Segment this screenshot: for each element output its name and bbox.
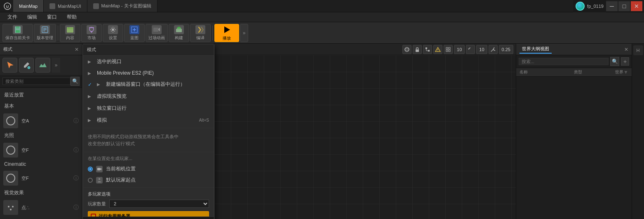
snap-tool[interactable] xyxy=(423,45,432,54)
cat-vfx[interactable]: 视觉效果 xyxy=(0,187,82,198)
search-button[interactable]: 🔍 xyxy=(71,77,80,86)
toolbar-more-button[interactable]: » xyxy=(240,24,248,42)
mode-terrain-btn[interactable] xyxy=(35,58,50,73)
market-button[interactable]: 市场 xyxy=(81,24,102,42)
minimize-button[interactable]: ─ xyxy=(606,1,618,11)
player-count-row: 玩家数量 2 3 4 xyxy=(88,200,209,208)
compile-button[interactable]: 编译 xyxy=(190,24,211,42)
col-world: 世界 xyxy=(603,69,623,75)
settings-button[interactable]: 设置 xyxy=(103,24,123,42)
svg-rect-9 xyxy=(67,27,73,33)
grid-toggle[interactable] xyxy=(444,45,453,54)
outline-search-btn[interactable]: 🔍 xyxy=(610,57,619,66)
cat-cinematic[interactable]: Cinematic xyxy=(0,159,82,169)
shape-3-info[interactable]: ⓘ xyxy=(73,174,79,182)
mode-icon-bar: » xyxy=(0,55,82,75)
outline-search-input[interactable] xyxy=(519,58,609,65)
dropdown-standalone-label: 独立窗口运行 xyxy=(97,105,127,112)
far-right-btn[interactable]: H xyxy=(633,45,643,55)
blueprint-button[interactable]: 蓝图 xyxy=(124,24,145,42)
tab-blueprint[interactable]: MainMap - 关卡蓝图编辑 xyxy=(87,0,157,12)
dropdown-selected-view[interactable]: ▶ 选中的视口 xyxy=(83,56,214,68)
rot-size[interactable]: 10 xyxy=(476,45,487,54)
cat-recent-label: 最近放置 xyxy=(4,92,24,99)
shape-3[interactable]: 空F ⓘ xyxy=(0,169,82,187)
warn-tool[interactable] xyxy=(433,45,442,54)
shape-4-info[interactable]: ⓘ xyxy=(73,204,79,211)
close-button[interactable]: ✕ xyxy=(631,1,642,11)
dropdown-simulate[interactable]: ▶ 模拟 Alt+S xyxy=(83,114,214,126)
radio-default-dot xyxy=(88,178,93,183)
cat-recent[interactable]: 最近放置 xyxy=(0,89,82,101)
play-icon xyxy=(222,25,232,35)
play-arrow-icon-6: ▶ xyxy=(88,118,94,122)
play-button[interactable]: 播放 xyxy=(214,24,239,42)
settings-icon xyxy=(108,25,118,34)
tab-mainmap[interactable]: MainMap xyxy=(13,0,44,12)
scale-icon[interactable] xyxy=(489,45,498,54)
svg-point-20 xyxy=(7,117,15,125)
shape-2-name: 空F xyxy=(21,147,29,153)
shape-1-info[interactable]: ⓘ xyxy=(73,117,79,125)
shape-1[interactable]: 空A ⓘ xyxy=(0,112,82,130)
sort-icon[interactable]: ▼ xyxy=(623,69,628,75)
camera-icon xyxy=(96,166,103,172)
rot-icon[interactable] xyxy=(466,45,475,54)
shape-1-name: 空A xyxy=(21,118,29,124)
modes-close[interactable]: ✕ xyxy=(75,47,79,52)
menu-edit[interactable]: 编辑 xyxy=(23,13,41,21)
menu-help[interactable]: 帮助 xyxy=(63,13,81,21)
spawn-camera-option[interactable]: 当前相机位置 xyxy=(83,163,214,174)
save-button[interactable]: 保存当前关卡 xyxy=(2,24,33,42)
play-arrow-icon-4: ▶ xyxy=(88,94,94,99)
divider-dropdown-2 xyxy=(83,152,214,152)
cinematic-button[interactable]: 过场动画 xyxy=(146,24,168,42)
cinematic-label: 过场动画 xyxy=(148,35,165,41)
svg-rect-11 xyxy=(89,27,94,28)
outline-add-btn[interactable]: + xyxy=(621,57,629,66)
build-button[interactable]: 构建 xyxy=(169,24,189,42)
world-outliner-tab[interactable]: 世界大纲视图 xyxy=(519,45,552,54)
settings-label: 设置 xyxy=(109,35,117,41)
svg-rect-35 xyxy=(416,49,419,52)
lock-tool[interactable] xyxy=(413,45,422,54)
spawn-default-option[interactable]: 默认玩家起点 xyxy=(83,174,214,186)
dropdown-simulate-label: 模拟 xyxy=(97,117,107,124)
version-button[interactable]: 版本管理 xyxy=(34,24,56,42)
dropdown-header: 模式 xyxy=(83,44,214,56)
shape-2[interactable]: 空F ⓘ xyxy=(0,141,82,159)
menu-window[interactable]: 窗口 xyxy=(43,13,61,21)
shape-2-info[interactable]: ⓘ xyxy=(73,146,79,154)
menu-file[interactable]: 文件 xyxy=(3,13,21,21)
content-button[interactable]: 内容 xyxy=(60,24,80,42)
play-arrow-icon-5: ▶ xyxy=(88,106,94,111)
mode-more-btn[interactable]: » xyxy=(52,58,60,73)
cat-geometry[interactable]: Geometry xyxy=(0,217,82,219)
simulate-shortcut: Alt+S xyxy=(199,118,209,122)
cat-basic[interactable]: 基本 xyxy=(0,101,82,112)
sphere-tool[interactable] xyxy=(402,45,411,54)
dropdown-standalone[interactable]: ▶ 独立窗口运行 xyxy=(83,102,214,114)
maximize-button[interactable]: □ xyxy=(618,1,630,11)
grid-size[interactable]: 10 xyxy=(454,45,465,54)
right-panel-close[interactable]: ✕ xyxy=(624,47,628,52)
vp-tools: 10 10 0.25 xyxy=(402,45,513,54)
dropdown-mobile-preview[interactable]: ▶ Mobile Preview ES2 (PIE) xyxy=(83,68,214,78)
mode-paint-btn[interactable] xyxy=(19,58,34,73)
market-label: 市场 xyxy=(87,35,96,41)
spawn-section-title: 在某位置处生成玩家... xyxy=(83,154,214,163)
ue-logo: U xyxy=(2,0,13,12)
tab-mainmapui[interactable]: MainMapUI xyxy=(44,0,87,12)
dropdown-vr-preview[interactable]: ▶ 虚拟现实预览 xyxy=(83,90,214,102)
dropdown-new-editor[interactable]: ✓ ▶ 新建编辑器窗口（在编辑器中运行） xyxy=(83,78,214,90)
search-input[interactable] xyxy=(2,78,71,85)
shape-4[interactable]: 点∴ ⓘ xyxy=(0,198,82,217)
cat-lighting[interactable]: 光照 xyxy=(0,130,82,141)
scale-size[interactable]: 0.25 xyxy=(499,45,513,54)
player-count-select[interactable]: 2 3 4 xyxy=(109,200,209,208)
divider-2 xyxy=(212,26,213,40)
multiplayer-section: 多玩家选项 玩家数量 2 3 4 xyxy=(83,189,214,210)
mode-select-btn[interactable] xyxy=(2,58,17,73)
svg-rect-47 xyxy=(97,168,100,170)
modes-header: 模式 ✕ xyxy=(0,44,82,55)
